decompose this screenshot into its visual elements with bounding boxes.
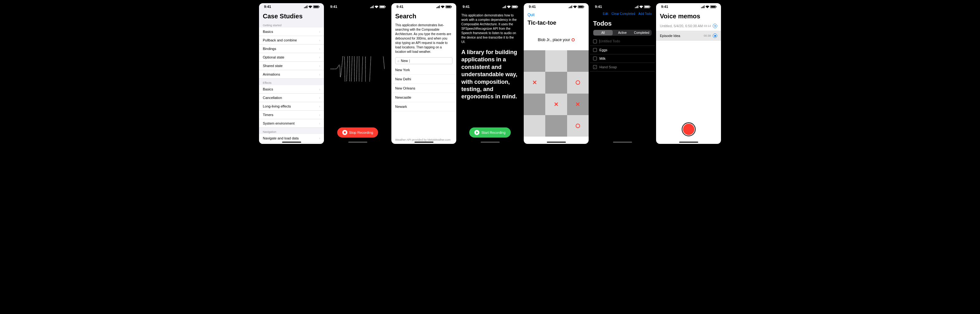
search-result-row[interactable]: New York: [391, 65, 456, 75]
search-result-row[interactable]: Newcastle: [391, 93, 456, 102]
list-row[interactable]: Timers›: [259, 111, 324, 119]
status-indicators: [569, 5, 584, 8]
description-text: This application demonstrates live-searc…: [391, 21, 456, 56]
home-indicator[interactable]: [679, 142, 698, 143]
home-indicator[interactable]: [613, 142, 632, 143]
list-row[interactable]: Basics›: [259, 85, 324, 94]
wifi-icon: [705, 5, 709, 8]
cell-3-0[interactable]: [524, 115, 545, 136]
cell-0-2[interactable]: [567, 50, 589, 72]
turn-indicator: Blob Jr., place your: [524, 29, 589, 50]
search-result-row[interactable]: New Orleans: [391, 84, 456, 93]
status-time: 9:41: [330, 5, 337, 8]
battery-icon: [644, 5, 650, 8]
cell-2-1[interactable]: ✕: [545, 94, 567, 115]
row-label: Cancellation: [263, 96, 282, 100]
list-row[interactable]: Long-living effects›: [259, 102, 324, 111]
checkbox-icon[interactable]: [593, 40, 597, 43]
cell-2-0[interactable]: [524, 94, 545, 115]
cell-1-0[interactable]: ✕: [524, 72, 545, 93]
list-row[interactable]: Animations›: [259, 70, 324, 79]
quit-button[interactable]: Quit: [528, 13, 535, 17]
segment-active[interactable]: Active: [613, 30, 632, 35]
cellular-icon: [635, 5, 638, 8]
battery-icon: [578, 5, 584, 8]
status-indicators: [503, 5, 517, 8]
todo-text[interactable]: Hand Soap: [600, 65, 617, 69]
page-title: Voice memos: [656, 10, 721, 21]
todo-row[interactable]: ✓Hand Soap: [590, 63, 655, 71]
memo-row[interactable]: Untitled, 5/4/20, 6:50:38 AM 03:14: [656, 21, 721, 31]
cell-1-1[interactable]: [545, 72, 567, 93]
list-row[interactable]: Bindings›: [259, 44, 324, 53]
row-label: Pullback and combine: [263, 38, 297, 42]
clear-completed-button[interactable]: Clear Completed: [611, 12, 635, 16]
home-indicator[interactable]: [348, 142, 367, 143]
stop-icon[interactable]: [713, 33, 717, 38]
home-indicator[interactable]: [547, 142, 566, 143]
list-row[interactable]: Pullback and combine›: [259, 36, 324, 44]
home-indicator[interactable]: [282, 142, 301, 143]
row-label: Basics: [263, 87, 273, 91]
turn-label: Blob Jr., place your: [538, 38, 570, 42]
add-todo-button[interactable]: Add Todo: [638, 12, 652, 16]
cellular-icon: [436, 5, 440, 8]
chevron-right-icon: ›: [319, 47, 320, 51]
list-row[interactable]: Navigate and load data›: [259, 134, 324, 143]
list-row[interactable]: Basics›: [259, 27, 324, 36]
list-row[interactable]: System environment›: [259, 119, 324, 128]
status-time: 9:41: [529, 5, 536, 8]
record-footer: [656, 122, 721, 144]
memo-row[interactable]: Episode Idea 00:38: [656, 31, 721, 41]
nav-bar: Quit: [524, 10, 589, 20]
wifi-icon: [639, 5, 643, 8]
cell-0-0[interactable]: [524, 50, 545, 72]
chevron-right-icon: ›: [319, 136, 320, 140]
todo-text[interactable]: Milk: [600, 57, 606, 60]
play-icon[interactable]: [713, 24, 717, 28]
row-label: Bindings: [263, 47, 276, 51]
todo-row[interactable]: Untitled Todo: [590, 37, 655, 46]
list-row[interactable]: Load data then navigate›: [259, 143, 324, 144]
wifi-icon: [441, 5, 445, 8]
record-button[interactable]: [682, 122, 696, 136]
todo-text[interactable]: Eggs: [600, 48, 607, 52]
cell-3-2[interactable]: [567, 115, 589, 136]
todo-row[interactable]: Eggs: [590, 46, 655, 54]
cellular-icon: [701, 5, 705, 8]
waveform-icon: [328, 56, 387, 82]
cellular-icon: [503, 5, 506, 8]
page-title: Search: [391, 10, 456, 21]
stop-recording-button[interactable]: Stop Recording: [337, 127, 379, 138]
home-indicator[interactable]: [480, 142, 500, 143]
cell-0-1[interactable]: [545, 50, 567, 72]
edit-button[interactable]: Edit: [603, 12, 608, 16]
section-header: Navigation: [259, 128, 324, 134]
todo-text[interactable]: Untitled Todo: [600, 39, 620, 43]
search-input[interactable]: ⌕ New|: [395, 57, 452, 64]
wifi-icon: [309, 5, 312, 8]
list-row[interactable]: Cancellation›: [259, 94, 324, 102]
filter-segments[interactable]: All Active Completed: [593, 30, 652, 36]
start-recording-button[interactable]: Start Recording: [469, 127, 511, 138]
home-indicator[interactable]: [414, 142, 433, 143]
list-row[interactable]: Shared state›: [259, 62, 324, 70]
content: Quit Tic-tac-toe Blob Jr., place your ✕ …: [524, 10, 589, 144]
search-result-row[interactable]: New Delhi: [391, 75, 456, 84]
wifi-icon: [573, 5, 577, 8]
memo-duration: 00:38: [703, 34, 711, 37]
checkbox-icon[interactable]: [593, 57, 597, 60]
list-row[interactable]: Optional state›: [259, 53, 324, 62]
segment-completed[interactable]: Completed: [632, 30, 651, 35]
todo-row[interactable]: Milk: [590, 54, 655, 63]
content: Stop Recording: [325, 10, 390, 144]
search-result-row[interactable]: Newark: [391, 102, 456, 111]
button-label: Stop Recording: [349, 131, 373, 135]
cell-2-2[interactable]: ✕: [567, 94, 589, 115]
wifi-icon: [375, 5, 379, 8]
checkbox-icon[interactable]: [593, 48, 597, 52]
cell-1-2[interactable]: [567, 72, 589, 93]
cell-3-1[interactable]: [545, 115, 567, 136]
checkbox-checked-icon[interactable]: ✓: [593, 65, 597, 69]
segment-all[interactable]: All: [593, 30, 613, 35]
